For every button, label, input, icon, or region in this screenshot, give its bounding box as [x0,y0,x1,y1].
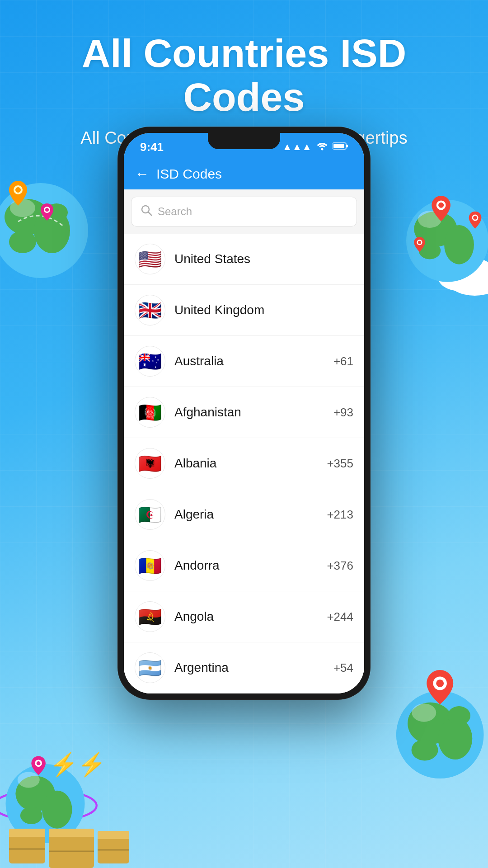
phone-screen: 9:41 ▲▲▲ [124,133,364,693]
country-item[interactable]: 🇦🇺Australia+61 [124,336,364,387]
isd-code: +54 [333,661,353,675]
country-item[interactable]: 🇩🇿Algeria+213 [124,489,364,540]
country-name: Australia [174,354,324,368]
country-item[interactable]: 🇦🇱Albania+355 [124,438,364,489]
signal-icon: ▲▲▲ [282,141,312,153]
lightning-decoration: ⚡⚡ [50,751,106,778]
app-bar: ← ISD Codes [124,158,364,189]
app-bar-title: ISD Codes [156,166,222,182]
globe-top-left [0,172,95,280]
search-bar[interactable]: Search [131,197,357,226]
svg-point-42 [20,807,42,825]
boxes-decoration [9,834,129,863]
phone-mockup: 9:41 ▲▲▲ [117,127,371,700]
svg-point-41 [42,791,72,829]
svg-point-35 [412,703,436,722]
flag-circle: 🇦🇴 [135,601,165,632]
country-item[interactable]: 🇦🇫Afghanistan+93 [124,387,364,438]
country-name: Angola [174,609,318,624]
isd-code: +61 [333,354,353,368]
flag-circle: 🇦🇩 [135,550,165,581]
svg-point-9 [45,208,49,212]
flag-circle: 🇦🇷 [135,652,165,683]
globe-bottom-right [352,651,488,796]
country-name: Albania [174,456,318,471]
svg-point-3 [9,231,36,253]
svg-point-33 [412,739,438,760]
wifi-icon [316,141,328,153]
svg-point-24 [321,148,324,151]
phone-frame: 9:41 ▲▲▲ [117,127,371,700]
notch [208,133,280,149]
country-item[interactable]: 🇺🇸United States [124,234,364,285]
isd-code: +376 [327,559,353,573]
svg-point-5 [10,199,35,217]
flag-circle: 🇦🇺 [135,346,165,377]
page-title: All Countries ISD Codes [27,32,461,119]
svg-line-29 [148,212,151,215]
flag-circle: 🇩🇿 [135,499,165,530]
flag-circle: 🇦🇫 [135,397,165,428]
globe-top-right [389,190,488,307]
battery-icon [333,141,348,153]
isd-code: +244 [327,610,353,624]
country-name: Algeria [174,507,318,522]
svg-point-19 [438,203,444,208]
flag-circle: 🇬🇧 [135,295,165,326]
svg-point-7 [15,187,21,193]
isd-code: +213 [327,508,353,522]
isd-code: +93 [333,406,353,420]
country-item[interactable]: 🇦🇷Argentina+54 [124,642,364,693]
isd-code: +355 [327,457,353,471]
status-time: 9:41 [140,140,164,154]
svg-point-37 [436,679,444,687]
country-name: Afghanistan [174,405,324,420]
svg-point-43 [18,772,40,788]
svg-point-34 [448,706,471,725]
country-list: 🇺🇸United States🇬🇧United Kingdom🇦🇺Austral… [124,234,364,693]
country-item[interactable]: 🇦🇴Angola+244 [124,591,364,642]
search-icon [141,204,152,219]
svg-point-45 [37,761,41,765]
status-icons: ▲▲▲ [282,141,348,153]
back-button[interactable]: ← [135,165,149,182]
country-name: United Kingdom [174,303,353,317]
flag-circle: 🇺🇸 [135,244,165,274]
country-item[interactable]: 🇬🇧United Kingdom [124,285,364,336]
svg-point-15 [444,225,474,264]
svg-point-21 [473,216,477,220]
country-name: United States [174,252,353,266]
country-item[interactable]: 🇦🇩Andorra+376 [124,540,364,591]
flag-circle: 🇦🇱 [135,448,165,479]
svg-rect-26 [346,145,348,147]
svg-rect-27 [333,144,344,148]
country-name: Argentina [174,660,324,675]
country-name: Andorra [174,558,318,573]
svg-point-23 [418,241,421,244]
search-placeholder[interactable]: Search [158,205,347,218]
